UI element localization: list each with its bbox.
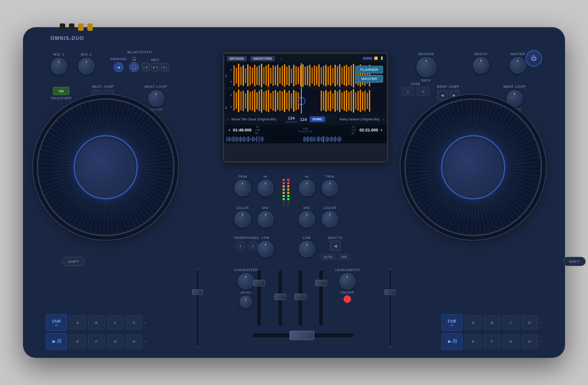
cue-master-knob[interactable]	[237, 273, 254, 289]
svg-rect-23	[286, 67, 288, 85]
svg-rect-84	[286, 92, 288, 109]
on-off-label: ON/OFF	[341, 291, 354, 294]
tab-info[interactable]: i	[278, 56, 285, 61]
pad-H-left[interactable]: H	[126, 334, 142, 348]
on-btn[interactable]: ON	[53, 87, 69, 95]
channel-fader-left	[257, 271, 261, 326]
headphones-cue-btn[interactable]: 🎧	[129, 62, 139, 72]
master-knob[interactable]	[509, 57, 526, 74]
pad-G-right[interactable]: G	[503, 334, 519, 348]
svg-rect-157	[325, 137, 326, 141]
ch-fader-handle-left[interactable]	[253, 280, 265, 286]
svg-rect-38	[321, 67, 322, 84]
pad-C-left[interactable]: C	[107, 316, 124, 329]
svg-rect-121	[236, 136, 237, 142]
pad-G-left[interactable]: G	[107, 334, 124, 348]
svg-rect-119	[233, 136, 234, 142]
tab-waveform[interactable]: WAVEFORM	[250, 56, 274, 61]
trim-left-knob[interactable]	[234, 180, 251, 196]
prev-btn[interactable]: |◄	[141, 63, 150, 71]
mic2-knob[interactable]	[78, 58, 95, 74]
svg-rect-48	[344, 66, 345, 85]
load-1-btn[interactable]: 1	[401, 87, 414, 96]
hi-left-knob[interactable]	[257, 180, 274, 196]
svg-rect-94	[328, 92, 329, 110]
ch-fader-handle-cr[interactable]	[294, 294, 306, 300]
on-off-btn[interactable]	[344, 295, 351, 303]
auto-btn[interactable]: AUTO	[321, 254, 336, 260]
bluetooth-btn[interactable]: ◄	[113, 62, 124, 72]
fx-flanger-btn[interactable]: FLANGER	[355, 66, 383, 74]
jog-wheel-left[interactable]	[37, 98, 175, 236]
svg-rect-118	[232, 137, 232, 142]
tab-browse[interactable]: BROWSE	[227, 56, 247, 61]
low-right-knob[interactable]	[299, 241, 315, 257]
pad-C-right[interactable]: C	[503, 316, 519, 329]
tap-btn[interactable]: TAP	[338, 254, 350, 260]
shift-btn-left[interactable]: SHIFT	[62, 257, 85, 266]
pad-F-right[interactable]: F	[484, 334, 500, 348]
mid-left-knob[interactable]	[257, 211, 274, 227]
svg-rect-16	[270, 68, 271, 84]
svg-rect-10	[256, 67, 258, 85]
right-fader-handle[interactable]	[384, 289, 396, 295]
fx-master-btn[interactable]: MASTER	[355, 75, 383, 83]
deck2-time: 02:21.000	[360, 128, 379, 132]
brand-label: OMNIS-DUO	[51, 35, 84, 41]
trim-right-knob[interactable]	[322, 180, 338, 196]
mic1-knob[interactable]	[51, 58, 67, 74]
svg-rect-63	[238, 90, 239, 112]
pad-E-right[interactable]: E	[465, 334, 481, 348]
svg-rect-77	[270, 93, 271, 109]
svg-rect-25	[291, 68, 292, 83]
headphones-icon-label: 🎧	[132, 57, 137, 61]
ch-fader-handle-right[interactable]	[315, 280, 327, 286]
hi-right-knob[interactable]	[299, 180, 315, 196]
next-btn[interactable]: ►|	[161, 63, 169, 71]
play-btn-right[interactable]: ►/II	[441, 333, 463, 350]
browse-knob[interactable]	[416, 57, 436, 77]
booth-group: BOOTH	[473, 52, 489, 74]
pad-A-left[interactable]: A	[69, 316, 86, 329]
jog-wheel-right[interactable]	[404, 98, 542, 236]
cue-btn-left[interactable]: CUE ID	[46, 314, 67, 331]
pad-B-right[interactable]: B	[484, 316, 500, 329]
headphones-1-btn[interactable]: 1	[236, 241, 246, 251]
svg-rect-93	[325, 90, 327, 112]
svg-rect-32	[307, 66, 308, 85]
sync-btn[interactable]: SYNC	[310, 116, 325, 122]
play-btn-left[interactable]: ►/II	[46, 333, 67, 350]
svg-rect-112	[369, 90, 370, 112]
crossfader-handle[interactable]	[289, 331, 314, 340]
shift-btn-right[interactable]: SHIFT	[563, 257, 586, 266]
pad-A-right[interactable]: A	[465, 316, 481, 329]
headphones-2-btn[interactable]: 2	[248, 241, 258, 251]
color-left-knob[interactable]	[234, 211, 251, 227]
pad-B-left[interactable]: B	[88, 316, 105, 329]
booth-knob[interactable]	[473, 57, 489, 74]
svg-rect-1	[236, 68, 237, 84]
level-knob[interactable]	[239, 295, 252, 308]
mid-right-knob[interactable]	[299, 211, 315, 227]
ch-fader-handle-cl[interactable]	[274, 294, 286, 300]
trim-right-group: TRIM	[322, 175, 338, 196]
beat-fx-label: BEAT FX	[328, 236, 343, 239]
play-pause-btn[interactable]: ►II	[151, 63, 159, 71]
pad-E-left[interactable]: E	[69, 334, 86, 348]
mini-waveforms	[224, 135, 387, 143]
low-left-knob[interactable]	[257, 241, 274, 257]
svg-rect-7	[249, 66, 251, 85]
level-depth-knob[interactable]	[339, 273, 356, 289]
beat-fx-prev[interactable]: ◄	[330, 241, 340, 251]
svg-rect-139	[262, 136, 263, 142]
pad-D-left[interactable]: D	[126, 316, 142, 329]
battery-icon: 🔋	[380, 57, 384, 60]
load-2-btn[interactable]: 2	[417, 87, 430, 96]
pad-H-right[interactable]: H	[521, 334, 538, 348]
svg-rect-129	[247, 137, 248, 142]
cue-btn-right[interactable]: CUE ID	[441, 314, 463, 331]
pad-D-right[interactable]: D	[521, 316, 538, 329]
color-right-knob[interactable]	[322, 211, 338, 227]
pad-F-left[interactable]: F	[88, 334, 105, 348]
power-btn[interactable]: ⏻	[526, 50, 542, 67]
